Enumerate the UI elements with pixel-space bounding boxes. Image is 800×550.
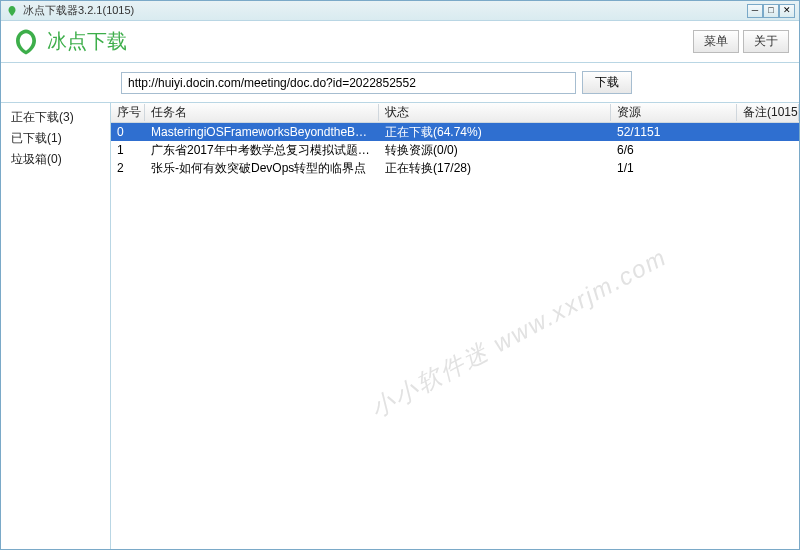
header: 冰点下载 菜单 关于: [1, 21, 799, 63]
watermark: 小小软件迷 www.xxrjm.com: [228, 123, 799, 549]
sidebar: 正在下载(3) 已下载(1) 垃圾箱(0): [1, 103, 111, 549]
cell: 52/1151: [611, 125, 737, 139]
cell: 6/6: [611, 143, 737, 157]
col-status[interactable]: 状态: [379, 104, 611, 121]
col-index[interactable]: 序号: [111, 104, 145, 121]
cell: 正在下载(64.74%): [379, 124, 611, 141]
table-row[interactable]: 1广东省2017年中考数学总复习模拟试题二201707...转换资源(0/0)6…: [111, 141, 799, 159]
window-title: 冰点下载器3.2.1(1015): [23, 3, 747, 18]
sidebar-item-downloaded[interactable]: 已下载(1): [7, 128, 104, 149]
cell: 广东省2017年中考数学总复习模拟试题二201707...: [145, 142, 379, 159]
app-icon: [5, 4, 19, 18]
url-bar: 下载: [1, 63, 799, 102]
cell: 正在转换(17/28): [379, 160, 611, 177]
cell: 转换资源(0/0): [379, 142, 611, 159]
maximize-button[interactable]: □: [763, 4, 779, 18]
main-panel: 序号 任务名 状态 资源 备注(1015) 小小软件迷 www.xxrjm.co…: [111, 103, 799, 549]
cell: MasteringiOSFrameworksBeyondtheBasics,2n…: [145, 125, 379, 139]
table-row[interactable]: 2张乐-如何有效突破DevOps转型的临界点正在转换(17/28)1/1: [111, 159, 799, 177]
minimize-button[interactable]: ─: [747, 4, 763, 18]
brand-name: 冰点下载: [47, 28, 127, 55]
cell: 张乐-如何有效突破DevOps转型的临界点: [145, 160, 379, 177]
table-header: 序号 任务名 状态 资源 备注(1015): [111, 103, 799, 123]
cell: 1: [111, 143, 145, 157]
sidebar-item-trash[interactable]: 垃圾箱(0): [7, 149, 104, 170]
col-resource[interactable]: 资源: [611, 104, 737, 121]
url-input[interactable]: [121, 72, 576, 94]
table-body: 小小软件迷 www.xxrjm.com 0MasteringiOSFramewo…: [111, 123, 799, 549]
about-button[interactable]: 关于: [743, 30, 789, 53]
sidebar-item-downloading[interactable]: 正在下载(3): [7, 107, 104, 128]
cell: 0: [111, 125, 145, 139]
brand-icon: [11, 27, 41, 57]
col-note[interactable]: 备注(1015): [737, 104, 799, 121]
brand: 冰点下载: [11, 27, 127, 57]
table-row[interactable]: 0MasteringiOSFrameworksBeyondtheBasics,2…: [111, 123, 799, 141]
close-button[interactable]: ✕: [779, 4, 795, 18]
download-button[interactable]: 下载: [582, 71, 632, 94]
titlebar: 冰点下载器3.2.1(1015) ─ □ ✕: [1, 1, 799, 21]
app-window: 冰点下载器3.2.1(1015) ─ □ ✕ 冰点下载 菜单 关于 下载 正在下…: [0, 0, 800, 550]
menu-button[interactable]: 菜单: [693, 30, 739, 53]
cell: 1/1: [611, 161, 737, 175]
cell: 2: [111, 161, 145, 175]
col-name[interactable]: 任务名: [145, 104, 379, 121]
